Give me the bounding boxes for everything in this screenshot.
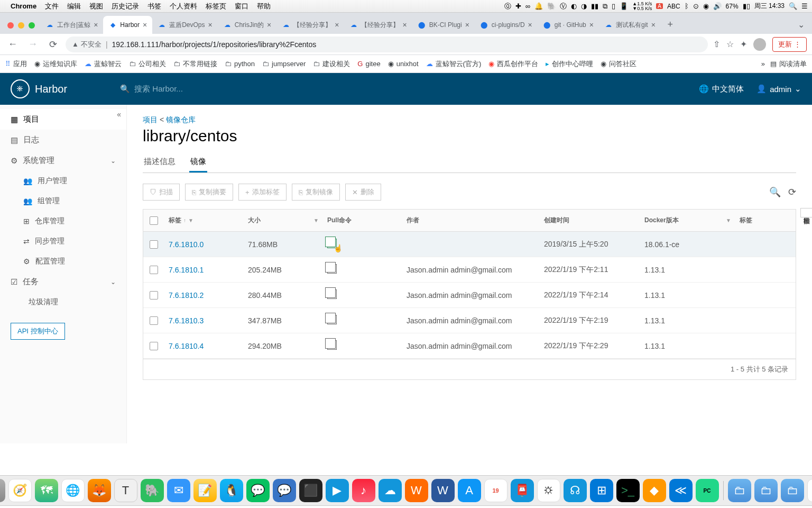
dock-app[interactable]: ◆ (643, 479, 666, 502)
tab-close-icon[interactable]: × (208, 21, 213, 29)
reading-list-button[interactable]: ▤阅读清单 (770, 59, 807, 69)
language-switcher[interactable]: 🌐中文简体 (699, 84, 744, 94)
copy-pull-icon[interactable] (327, 239, 337, 248)
browser-tab[interactable]: ⬤BK-CI Plugi× (412, 16, 475, 34)
back-button[interactable]: ← (5, 37, 20, 52)
col-author[interactable]: 作者 (402, 210, 540, 231)
browser-tab[interactable]: ☁测试私有git× (599, 16, 661, 34)
omnibox[interactable]: ▲ 不安全 | 192.168.1.111/harbor/projects/1/… (66, 37, 708, 52)
menu-help[interactable]: 帮助 (257, 2, 271, 11)
status-icon[interactable]: ✚ (515, 2, 521, 10)
dock-postman[interactable]: 📮 (511, 479, 534, 502)
bookmark-item[interactable]: ☁蓝鲸智云 (85, 59, 122, 69)
dock-music[interactable]: ♪ (352, 479, 375, 502)
browser-tab[interactable]: ⬤ci-plugins/D× (475, 16, 538, 34)
copy-digest-button[interactable]: ⎘复制摘要 (185, 184, 233, 201)
dock-app[interactable]: ▶ (326, 479, 349, 502)
tag-link[interactable]: 7.6.1810.2 (164, 285, 244, 306)
menu-history[interactable]: 历史记录 (112, 2, 139, 11)
bookmarks-overflow-icon[interactable]: » (761, 60, 765, 68)
row-checkbox[interactable] (150, 342, 158, 350)
dock-books[interactable]: 📚 (807, 479, 813, 502)
dock-notes[interactable]: 📝 (193, 479, 217, 502)
sidebar-item[interactable]: ⚙配置管理 (0, 251, 126, 271)
tab-images[interactable]: 镜像 (189, 152, 207, 173)
ime-label[interactable]: ABC (667, 3, 680, 10)
dock-iterm[interactable]: ⬛ (299, 479, 322, 502)
tab-description[interactable]: 描述信息 (143, 152, 177, 173)
apps-shortcut[interactable]: ⠿应用 (5, 59, 27, 69)
copy-pull-icon[interactable] (327, 289, 337, 299)
browser-tab[interactable]: ⬤git · GitHub× (538, 16, 599, 34)
copy-pull-icon[interactable] (327, 315, 337, 324)
harbor-logo[interactable]: ⛯ Harbor (11, 79, 67, 98)
browser-tab[interactable]: ☁【经验分享】× (276, 16, 344, 34)
sidebar-item[interactable]: ⚙系统管理⌄ (0, 150, 126, 171)
breadcrumb-repos[interactable]: 镜像仓库 (166, 115, 196, 124)
dock-wecom[interactable]: 💬 (273, 479, 296, 502)
bookmark-item[interactable]: ◉西瓜创作平台 (488, 59, 538, 69)
bookmark-folder[interactable]: 🗀python (225, 60, 255, 68)
wifi-icon[interactable]: ⊙ (693, 2, 699, 10)
bookmark-item[interactable]: ▸创作中心哔哩 (546, 59, 593, 69)
dock-dingtalk[interactable]: ✉ (167, 479, 190, 502)
col-created[interactable]: 创建时间 (540, 210, 640, 231)
menu-file[interactable]: 文件 (45, 2, 59, 11)
breadcrumb-project[interactable]: 项目 (143, 115, 158, 124)
select-all-checkbox[interactable] (150, 216, 158, 225)
dock-folder[interactable]: 🗀 (781, 479, 804, 502)
tab-close-icon[interactable]: × (267, 21, 271, 29)
volume-icon[interactable]: 🔊 (713, 2, 722, 10)
spotlight-icon[interactable]: 🔍 (789, 2, 797, 10)
ime-indicator[interactable]: A (656, 3, 663, 9)
bookmark-folder[interactable]: 🗀公司相关 (129, 59, 166, 69)
date-time[interactable]: 周三 14:33 (754, 2, 785, 11)
browser-tab[interactable]: ☁工作台|蓝鲸× (40, 16, 103, 34)
browser-tab[interactable]: ☁蓝盾DevOps× (152, 16, 218, 34)
col-docker[interactable]: Docker版本▼ (640, 210, 735, 231)
status-icon[interactable]: ⧉ (603, 2, 607, 11)
row-checkbox[interactable] (150, 291, 158, 300)
side-widget[interactable]: 招田壮牛 (800, 208, 812, 217)
window-minimize-button[interactable] (18, 22, 24, 29)
dock-app[interactable]: ⊞ (590, 479, 613, 502)
sidebar-item[interactable]: 垃圾清理 (0, 292, 126, 312)
menu-profile[interactable]: 个人资料 (170, 2, 197, 11)
tag-link[interactable]: 7.6.1810.3 (164, 310, 244, 331)
sidebar-item[interactable]: 👥用户管理 (0, 171, 126, 191)
bluetooth-icon[interactable]: ᛒ (685, 2, 689, 10)
tab-close-icon[interactable]: × (465, 21, 469, 29)
reload-button[interactable]: ⟳ (45, 37, 60, 52)
delete-button[interactable]: ✕删除 (345, 184, 381, 201)
menu-bookmarks[interactable]: 书签 (147, 2, 161, 11)
dock-qq[interactable]: 🐧 (220, 479, 243, 502)
status-icon[interactable]: ▮▮ (591, 2, 598, 10)
user-menu[interactable]: 👤admin⌄ (756, 84, 801, 94)
dock-app[interactable]: ⛭ (537, 479, 560, 502)
status-icon[interactable]: ▯ (612, 2, 615, 10)
dock-firefox[interactable]: 🦊 (88, 479, 111, 502)
share-icon[interactable]: ⇧ (713, 39, 720, 49)
dock-chrome[interactable]: 🌐 (61, 479, 85, 502)
row-checkbox[interactable] (150, 316, 158, 325)
dock-terminal[interactable]: >_ (616, 479, 640, 502)
scan-button[interactable]: ⛉扫描 (143, 184, 180, 201)
dock-safari[interactable]: 🧭 (8, 479, 32, 502)
browser-tab[interactable]: ☁【经验分享】× (344, 16, 412, 34)
dock-vscode[interactable]: ≪ (669, 479, 693, 502)
tab-close-icon[interactable]: × (528, 21, 532, 29)
dock-evernote[interactable]: 🐘 (141, 479, 164, 502)
col-size[interactable]: 大小▼ (244, 210, 323, 231)
bookmark-item[interactable]: ◉unixhot (388, 60, 419, 68)
dock-pycharm[interactable]: PC (696, 479, 719, 502)
status-icon[interactable]: ∞ (525, 2, 530, 10)
dock-app[interactable]: ☊ (564, 479, 587, 502)
app-name[interactable]: Chrome (11, 2, 36, 10)
status-icon[interactable]: 🔔 (534, 2, 543, 10)
dock-launchpad[interactable]: 🚀 (0, 479, 5, 502)
col-labels[interactable]: 标签 (735, 210, 796, 231)
status-icon[interactable]: 📱 (620, 2, 628, 10)
bookmark-item[interactable]: ◉问答社区 (601, 59, 636, 69)
tab-dropdown-icon[interactable]: ⌄ (795, 20, 808, 30)
copy-pull-icon[interactable] (327, 340, 337, 350)
